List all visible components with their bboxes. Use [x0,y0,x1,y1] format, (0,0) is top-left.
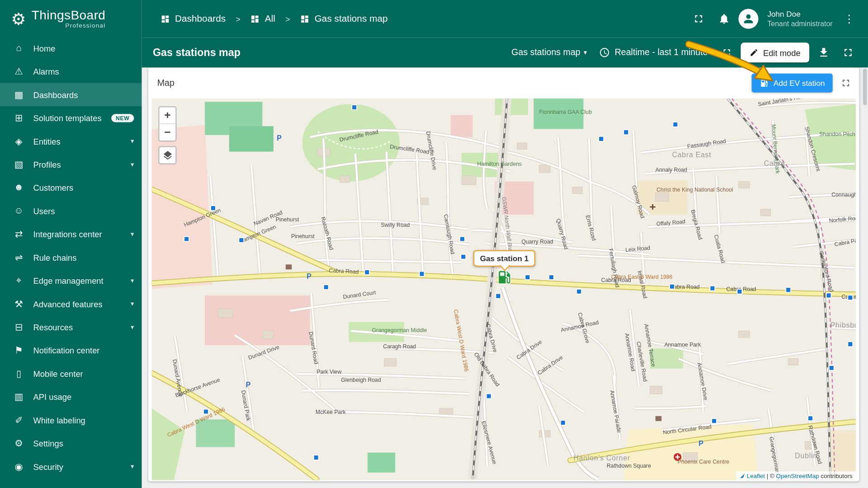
sidebar-item-label: Security [33,462,63,471]
sidebar-item-label: Customers [33,183,73,192]
sidebar-item-solution-templates[interactable]: ⊞Solution templatesNEW [0,106,142,129]
station-marker[interactable] [848,295,853,300]
zoom-in-button[interactable]: + [160,108,176,124]
station-marker[interactable] [829,366,834,371]
map-label: Annamoe Drive [696,362,709,401]
station-marker[interactable] [710,286,715,291]
sidebar-item-home[interactable]: ⌂Home [0,37,142,60]
station-marker[interactable] [461,254,466,259]
station-marker[interactable] [786,287,791,292]
breadcrumb: Dashboards>All>Gas stations map [160,13,388,24]
app-logo[interactable]: ⚙ ThingsBoard Professional [0,0,142,38]
gas-station-marker-icon[interactable] [496,269,513,286]
station-marker[interactable] [496,294,501,299]
zoom-out-button[interactable]: − [160,124,176,141]
sidebar-item-resources[interactable]: ⊟Resources▾ [0,315,142,338]
user-name: John Doe [767,9,832,19]
station-marker[interactable] [364,270,369,275]
station-marker[interactable] [314,455,319,460]
dashboard-fullscreen-button[interactable] [838,42,858,64]
station-marker[interactable] [599,136,604,141]
station-marker[interactable] [561,420,566,425]
breadcrumb-item-all[interactable]: All [250,13,275,24]
breadcrumb-item-gas-stations-map[interactable]: Gas stations map [300,13,388,24]
station-marker[interactable] [623,130,628,135]
edit-mode-label: Edit mode [763,48,801,57]
station-marker[interactable] [420,272,425,277]
map-canvas: Drumcliffe RoadDrumcliffe RoadDrumcliffe… [152,99,856,480]
page-title: Gas stations map [153,47,241,59]
header-fullscreen-button[interactable] [688,8,710,30]
sidebar-menu: ⌂Home⚠Alarms▦Dashboards⊞Solution templat… [0,37,142,478]
station-marker[interactable] [486,394,491,399]
sidebar-item-rule-chains[interactable]: ⇌Rule chains [0,246,142,269]
map-label: Quarry Road [555,218,570,250]
sidebar-item-entities[interactable]: ◈Entities▾ [0,130,142,153]
edit-mode-button[interactable]: Edit mode [741,42,809,62]
customers-icon: ☻ [12,182,25,193]
gas-station-tooltip-label: Gas station 1 [480,254,529,263]
station-marker[interactable] [352,105,357,110]
sidebar-item-customers[interactable]: ☻Customers [0,176,142,199]
sidebar-item-mobile-center[interactable]: ▯Mobile center [0,362,142,385]
sidebar-item-integrations-center[interactable]: ⇄Integrations center▾ [0,222,142,245]
station-marker[interactable] [525,275,530,280]
dashboards-grid-icon [160,14,170,23]
leaflet-link[interactable]: Leaflet [747,473,765,479]
openstreetmap-link[interactable]: OpenStreetMap [776,473,819,479]
layers-control[interactable] [158,146,176,164]
breadcrumb-item-dashboards[interactable]: Dashboards [160,13,226,24]
map-label: Caragh Road [383,343,416,350]
station-marker[interactable] [549,275,554,280]
widget-fullscreen-button[interactable] [840,77,851,88]
page-scrollbar-thumb[interactable] [863,69,867,105]
sidebar-item-white-labeling[interactable]: ✐White labeling [0,408,142,432]
sidebar-item-profiles[interactable]: ▧Profiles▾ [0,153,142,176]
map-container[interactable]: Drumcliffe RoadDrumcliffe RoadDrumcliffe… [152,99,856,480]
map-label: Ellesmere Avenue [480,420,498,465]
sidebar-item-alarms[interactable]: ⚠Alarms [0,60,142,83]
map-label: Connaught Street [831,192,856,198]
expand-dashboard-button[interactable] [717,42,736,64]
station-marker[interactable] [239,238,244,243]
station-marker[interactable] [203,409,208,414]
station-marker[interactable] [712,418,717,423]
white-labeling-icon: ✐ [12,414,25,426]
header-menu-button[interactable]: ⋮ [840,12,858,25]
station-marker[interactable] [826,293,831,298]
station-marker[interactable] [848,342,853,347]
station-marker[interactable] [211,206,216,211]
notifications-button[interactable] [713,8,735,30]
map-label: Swilly Road [381,222,410,228]
sidebar-item-settings[interactable]: ⚙Settings [0,432,142,455]
dashboard-state-selector[interactable]: Gas stations map ▾ [511,47,587,57]
user-avatar[interactable] [739,9,759,29]
station-marker[interactable] [737,289,742,294]
download-dashboard-button[interactable] [814,42,834,64]
station-marker[interactable] [460,236,465,241]
add-ev-station-button[interactable]: Add EV station [752,74,832,93]
dashboard-toolbar: Gas stations map Gas stations map ▾ Real… [142,38,868,67]
timewindow-button[interactable]: Realtime - last 1 minute [599,47,708,58]
station-marker[interactable] [670,284,675,289]
station-marker[interactable] [808,416,813,421]
sidebar-item-dashboards[interactable]: ▦Dashboards [0,83,142,106]
map-label: Annaly Road [656,167,687,173]
sidebar-item-advanced-features[interactable]: ⚒Advanced features▾ [0,292,142,315]
gas-station-tooltip[interactable]: Gas station 1 [473,250,535,267]
map-label: Hamilton Gardens [477,161,522,167]
sidebar-item-label: Resources [33,322,73,332]
sidebar-item-users[interactable]: ☺Users [0,199,142,222]
sidebar-item-notification-center[interactable]: ⚑Notification center [0,338,142,361]
station-marker[interactable] [324,285,329,290]
map-label: Phoenix Care Centre [678,459,729,465]
station-marker[interactable] [184,236,189,241]
sidebar-item-api-usage[interactable]: ▥API usage [0,385,142,408]
sidebar-item-edge-management[interactable]: ⌖Edge management▾ [0,269,142,292]
sidebar: ⚙ ThingsBoard Professional ⌂Home⚠Alarms▦… [0,0,142,488]
station-marker[interactable] [576,289,581,294]
sidebar-item-label: Users [33,206,55,216]
station-marker[interactable] [673,122,678,127]
sidebar-item-security[interactable]: ◉Security▾ [0,455,142,478]
map-label: Dublin [795,452,817,460]
